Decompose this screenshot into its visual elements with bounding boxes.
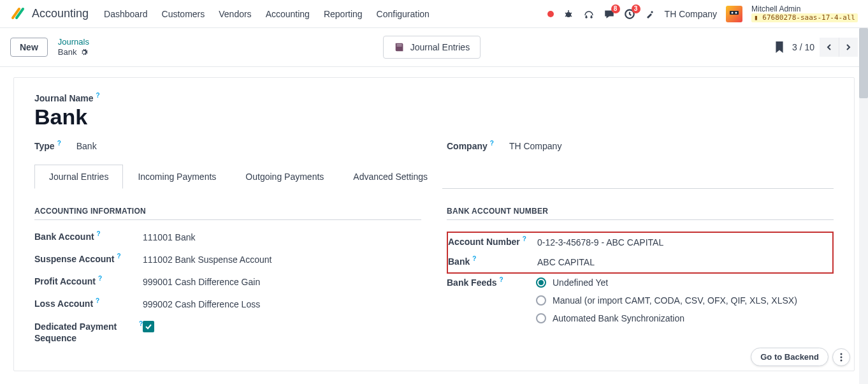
bank-value[interactable]: ABC CAPITAL bbox=[537, 256, 595, 267]
recording-indicator-icon[interactable] bbox=[547, 11, 554, 17]
radio-automated-sync[interactable] bbox=[536, 313, 546, 323]
pager: 3 / 10 bbox=[792, 38, 858, 57]
help-icon[interactable]: ? bbox=[139, 320, 143, 328]
chevron-left-icon bbox=[825, 43, 833, 51]
nav-dashboard[interactable]: Dashboard bbox=[104, 9, 148, 19]
profit-account-value[interactable]: 999001 Cash Difference Gain bbox=[143, 276, 260, 287]
activities-icon[interactable]: 3 bbox=[624, 8, 635, 20]
accounting-information-section: ACCOUNTING INFORMATION Bank Account ? 11… bbox=[34, 207, 421, 355]
tab-outgoing-payments[interactable]: Outgoing Payments bbox=[231, 165, 338, 189]
messages-badge: 8 bbox=[611, 4, 620, 13]
pager-prev-button[interactable] bbox=[820, 38, 839, 57]
help-icon[interactable]: ? bbox=[523, 235, 526, 242]
messages-icon[interactable]: 8 bbox=[604, 8, 615, 20]
highlight-box: Account Number ? 0-12-3-45678-9 - ABC CA… bbox=[447, 232, 834, 274]
loss-account-label: Loss Account bbox=[34, 299, 93, 309]
bookmark-icon[interactable] bbox=[774, 41, 785, 54]
dedicated-sequence-checkbox[interactable] bbox=[143, 321, 154, 332]
help-icon[interactable]: ? bbox=[96, 92, 100, 99]
bank-feeds-label: Bank Feeds bbox=[447, 277, 497, 288]
radio-manual-import[interactable] bbox=[536, 295, 546, 306]
nav-accounting[interactable]: Accounting bbox=[266, 9, 310, 19]
breadcrumb: Journals Bank bbox=[58, 37, 89, 57]
loss-account-value[interactable]: 999002 Cash Difference Loss bbox=[143, 299, 260, 309]
form-wrapper: Journal Name ? Bank Type ? Bank Company … bbox=[0, 67, 868, 381]
gear-icon[interactable] bbox=[80, 48, 88, 56]
profit-account-label: Profit Account bbox=[34, 276, 96, 286]
scrollbar[interactable] bbox=[859, 28, 868, 381]
new-button[interactable]: New bbox=[10, 38, 48, 57]
tab-incoming-payments[interactable]: Incoming Payments bbox=[123, 165, 231, 189]
bank-account-number-section: BANK ACCOUNT NUMBER Account Number ? 0-1… bbox=[447, 207, 834, 355]
user-block[interactable]: Mitchell Admin ▮ 67680278-saas-17-4-all bbox=[751, 5, 858, 22]
pager-counter[interactable]: 3 / 10 bbox=[792, 42, 814, 52]
svg-point-1 bbox=[586, 17, 587, 18]
user-avatar[interactable] bbox=[726, 6, 742, 22]
tools-icon[interactable] bbox=[644, 8, 656, 20]
help-icon[interactable]: ? bbox=[97, 230, 101, 237]
type-value[interactable]: Bank bbox=[76, 141, 97, 151]
journal-name-value[interactable]: Bank bbox=[34, 105, 834, 129]
help-icon[interactable]: ? bbox=[57, 140, 61, 147]
go-to-backend-button[interactable]: Go to Backend bbox=[751, 348, 828, 366]
tab-advanced-settings[interactable]: Advanced Settings bbox=[338, 165, 442, 189]
database-name: 67680278-saas-17-4-all bbox=[762, 13, 855, 22]
breadcrumb-journals[interactable]: Journals bbox=[58, 37, 89, 47]
bug-icon[interactable] bbox=[563, 8, 574, 20]
book-icon bbox=[394, 41, 405, 53]
accounting-info-title: ACCOUNTING INFORMATION bbox=[34, 207, 421, 220]
chevron-right-icon bbox=[844, 43, 852, 51]
radio-automated-sync-label: Automated Bank Synchronization bbox=[553, 313, 684, 323]
bank-account-value[interactable]: 111001 Bank bbox=[143, 232, 196, 242]
support-icon[interactable] bbox=[583, 8, 595, 20]
help-icon[interactable]: ? bbox=[472, 255, 476, 262]
form-sheet: Journal Name ? Bank Type ? Bank Company … bbox=[13, 77, 855, 371]
company-field: Company ? TH Company bbox=[447, 141, 834, 151]
control-panel-center: Journal Entries bbox=[383, 36, 481, 59]
type-field: Type ? Bank bbox=[34, 141, 421, 151]
nav-customers[interactable]: Customers bbox=[162, 9, 205, 19]
account-number-value[interactable]: 0-12-3-45678-9 - ABC CAPITAL bbox=[537, 237, 663, 247]
breadcrumb-current: Bank bbox=[58, 47, 77, 57]
account-number-label: Account Number bbox=[448, 237, 520, 247]
app-logo-icon[interactable] bbox=[10, 6, 25, 22]
suspense-account-value[interactable]: 111002 Bank Suspense Account bbox=[143, 254, 271, 265]
database-tag: ▮ 67680278-saas-17-4-all bbox=[751, 13, 858, 22]
journal-entries-stat-button[interactable]: Journal Entries bbox=[383, 36, 481, 59]
nav-menu: Dashboard Customers Vendors Accounting R… bbox=[104, 9, 430, 19]
user-name: Mitchell Admin bbox=[751, 5, 858, 13]
company-switcher[interactable]: TH Company bbox=[665, 9, 717, 19]
bank-account-number-title: BANK ACCOUNT NUMBER bbox=[447, 207, 834, 220]
nav-configuration[interactable]: Configuration bbox=[377, 9, 430, 19]
scrollbar-thumb[interactable] bbox=[859, 28, 868, 98]
svg-point-8 bbox=[841, 356, 843, 358]
radio-manual-import-label: Manual (or import CAMT, CODA, CSV, OFX, … bbox=[553, 295, 797, 306]
help-icon[interactable]: ? bbox=[98, 275, 102, 282]
control-panel: New Journals Bank Journal Entries 3 / 10 bbox=[0, 28, 868, 67]
help-icon[interactable]: ? bbox=[117, 253, 121, 260]
tab-journal-entries[interactable]: Journal Entries bbox=[34, 165, 123, 189]
bank-account-label: Bank Account bbox=[34, 232, 94, 242]
suspense-account-label: Suspense Account bbox=[34, 254, 115, 264]
radio-undefined-yet[interactable] bbox=[536, 277, 546, 288]
svg-rect-4 bbox=[730, 11, 739, 15]
pager-next-button[interactable] bbox=[839, 38, 858, 57]
main-navbar: Accounting Dashboard Customers Vendors A… bbox=[0, 0, 868, 28]
help-icon[interactable]: ? bbox=[490, 140, 494, 147]
help-icon[interactable]: ? bbox=[96, 297, 99, 304]
journal-name-label: Journal Name ? bbox=[34, 93, 834, 103]
bank-label: Bank bbox=[448, 256, 470, 267]
svg-point-5 bbox=[732, 11, 734, 13]
help-icon[interactable]: ? bbox=[500, 276, 503, 283]
nav-right: 8 3 TH Company Mitchell Admin ▮ 67680278… bbox=[547, 5, 858, 22]
backend-menu-button[interactable] bbox=[832, 348, 850, 366]
app-name[interactable]: Accounting bbox=[32, 7, 89, 20]
nav-vendors[interactable]: Vendors bbox=[219, 9, 251, 19]
svg-point-0 bbox=[566, 12, 571, 17]
type-label: Type bbox=[34, 141, 55, 151]
check-icon bbox=[145, 323, 152, 330]
nav-reporting[interactable]: Reporting bbox=[324, 9, 363, 19]
control-panel-right: 3 / 10 bbox=[774, 38, 858, 57]
company-value[interactable]: TH Company bbox=[509, 141, 561, 151]
activities-badge: 3 bbox=[632, 4, 640, 13]
